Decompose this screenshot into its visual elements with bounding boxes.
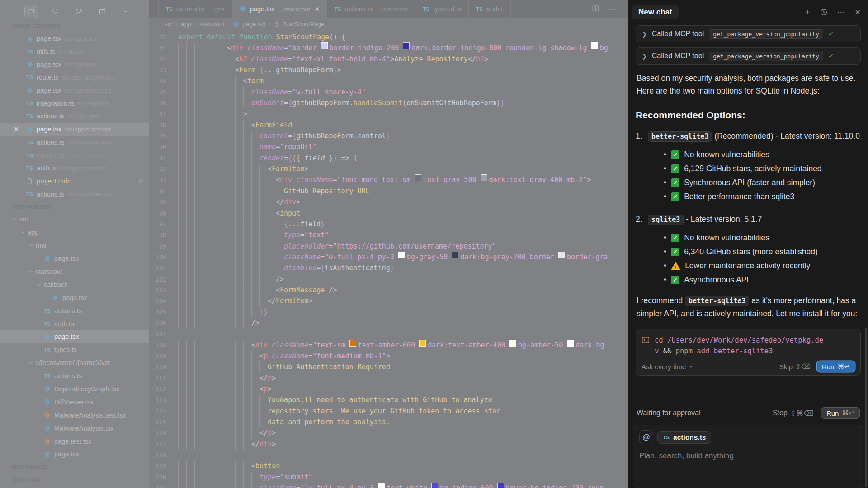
notepads-header[interactable]: NOTEPADS: [0, 461, 149, 473]
breadcrumb-item[interactable]: starscout: [199, 21, 224, 28]
tree-folder[interactable]: v/[ecosystem]/[name]/[ver...: [0, 357, 149, 370]
add-context-button[interactable]: @: [639, 430, 653, 444]
tab-actions.ts[interactable]: TSactions.ts.../gha: [158, 0, 232, 18]
code-line: 84<form: [149, 75, 628, 86]
breadcrumb[interactable]: src›app›starscout›page.tsx›StarScoutPage: [149, 18, 628, 30]
token: bg-amber-50: [518, 340, 567, 351]
close-icon[interactable]: ✕: [855, 8, 861, 17]
open-editor-item[interactable]: TSactions.tssrc/app/v/[ecosy...: [0, 188, 149, 201]
files-icon[interactable]: [24, 5, 38, 18]
stop-button[interactable]: Stop ⇧⌘⌫: [773, 409, 814, 418]
chat-scrollbar[interactable]: [865, 328, 867, 487]
tree-file[interactable]: page.tsx: [0, 252, 149, 265]
search-icon[interactable]: [49, 5, 61, 18]
open-editor-item[interactable]: TSintegration.tssrc/app/gha: [0, 97, 149, 110]
open-editor-item[interactable]: TSauth.tssrc/app/starscout: [0, 162, 149, 175]
tree-file[interactable]: TSactions.ts: [0, 304, 149, 317]
plus-icon[interactable]: +: [805, 7, 810, 17]
tree-folder[interactable]: starscout: [0, 265, 149, 278]
split-editor-icon[interactable]: [592, 5, 599, 14]
tree-file[interactable]: TSactions.ts: [0, 370, 149, 383]
indent: [178, 307, 259, 318]
ellipsis-icon[interactable]: ⋯: [609, 5, 617, 14]
outline-header[interactable]: OUTLINE: [0, 474, 149, 486]
tree-folder[interactable]: mal: [0, 239, 149, 252]
tree-folder[interactable]: src: [0, 213, 149, 226]
skip-button[interactable]: Skip ⇧⌫: [779, 362, 811, 371]
tree-item-label: types.ts: [54, 346, 77, 353]
token: {: [292, 131, 296, 141]
mcp-tool-call-card[interactable]: ❯Called MCP toolget_package_version_popu…: [636, 47, 861, 65]
token: =: [284, 98, 288, 108]
token: <: [251, 460, 255, 471]
context-file-pill[interactable]: TS actions.ts: [657, 431, 711, 444]
open-editor-item[interactable]: TSroute.tssrc/app/api/github/...: [0, 71, 149, 84]
workspace-header[interactable]: VETPKG.DEV: [0, 201, 149, 213]
tree-file[interactable]: MalwareAnalysis.test.tsx: [0, 408, 149, 422]
token: repository stars. We use your GitHub tok…: [268, 406, 500, 417]
token: border-gra: [567, 252, 608, 263]
indent: [178, 394, 268, 405]
ts-icon: TS: [26, 165, 33, 171]
tree-file[interactable]: page.test.tsx: [0, 435, 149, 448]
ts-icon: TS: [26, 49, 33, 54]
tool-call-label: Called MCP tool: [652, 52, 704, 60]
code-editor[interactable]: 22export default function StarScoutPage(…: [149, 30, 628, 488]
open-editor-item[interactable]: ✕page.tsxsrc/app/starscout: [0, 123, 149, 136]
open-editor-item[interactable]: TSactions.tssrc/app/starscout: [0, 136, 149, 149]
tree-file[interactable]: TSauth.ts: [0, 317, 149, 330]
run-command-button[interactable]: Run ⌘↵: [817, 361, 855, 372]
tree-folder[interactable]: callback: [0, 278, 149, 291]
tab-types.d.ts[interactable]: TStypes.d.ts: [415, 0, 469, 18]
indent: [178, 285, 276, 296]
close-icon[interactable]: ✕: [14, 126, 19, 133]
open-editor-item[interactable]: TSutils.tssrc/lib/rpc: [0, 45, 149, 58]
ask-every-time-dropdown[interactable]: Ask every time: [642, 363, 694, 371]
open-editor-item[interactable]: project.mdcM: [0, 175, 149, 188]
token: "w-full px-4 py-3: [325, 252, 398, 263]
tree-file[interactable]: page.tsx: [0, 330, 149, 343]
tree-file[interactable]: MalwareAnalysis.tsx: [0, 422, 149, 435]
chat-composer[interactable]: @ TS actions.ts Plan, search, build anyt…: [633, 425, 863, 488]
tab-auth.t[interactable]: TSauth.t: [469, 0, 510, 18]
tree-file[interactable]: TStypes.ts: [0, 343, 149, 357]
open-editor-item[interactable]: page.tsxsrc/app/mal: [0, 32, 149, 45]
token: isAuthenticating: [325, 263, 390, 273]
tree-file[interactable]: page.tsx: [0, 291, 149, 304]
tree-file[interactable]: DependencyGraph.tsx: [0, 383, 149, 396]
history-icon[interactable]: [820, 8, 828, 16]
token: text-amber-600: [358, 340, 419, 351]
color-swatch: [398, 252, 405, 258]
close-icon[interactable]: ✕: [315, 5, 320, 13]
open-editor-item[interactable]: page.tsxsrc/app/gha: [0, 58, 149, 71]
tree-file[interactable]: page.tsx: [0, 448, 149, 461]
tree-item-label: page.tsx: [54, 450, 79, 458]
breadcrumb-item[interactable]: app: [181, 21, 191, 28]
open-editors-header[interactable]: OPEN EDITORS: [0, 20, 149, 32]
indent: [178, 460, 251, 471]
line-number: 116: [149, 427, 166, 438]
ellipsis-icon[interactable]: ⋯: [837, 8, 845, 17]
open-editor-item[interactable]: page.tsxsrc/app/gha/callb...: [0, 84, 149, 97]
breadcrumb-item[interactable]: src: [165, 21, 173, 28]
skip-shortcut: ⇧⌫: [795, 362, 811, 371]
chat-title-tab[interactable]: New chat: [632, 5, 679, 19]
run-approve-button[interactable]: Run ⌘↵: [821, 407, 860, 419]
tree-file[interactable]: DiffViewer.tsx: [0, 395, 149, 408]
breadcrumb-item[interactable]: page.tsx: [242, 21, 265, 28]
open-editor-item[interactable]: TSactions.tssrc/app/gha: [0, 110, 149, 123]
tab-page.tsx[interactable]: page.tsx.../starscout✕: [232, 0, 327, 18]
success-check-icon: ✓: [828, 52, 834, 60]
tree-folder[interactable]: app: [0, 226, 149, 239]
token: text-gray-500: [423, 174, 480, 185]
source-control-icon[interactable]: [72, 5, 85, 18]
color-swatch: [497, 483, 504, 488]
chevron-down-icon[interactable]: [119, 5, 132, 18]
composer-placeholder: Plan, search, build anything: [639, 451, 857, 460]
react-blue-icon: [44, 333, 51, 340]
layout-icon[interactable]: [96, 5, 108, 18]
tab-actions.ts[interactable]: TSactions.ts.../starscout: [327, 0, 415, 18]
mcp-tool-call-card[interactable]: ❯Called MCP toolget_package_version_popu…: [636, 25, 861, 42]
breadcrumb-item[interactable]: StarScoutPage: [283, 21, 325, 28]
open-editor-item[interactable]: TStypes.d.tsnode_modules/...: [0, 149, 149, 162]
